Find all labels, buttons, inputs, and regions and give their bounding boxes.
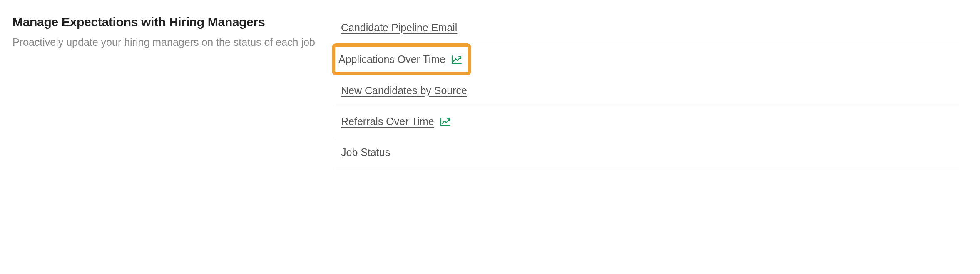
report-item-job-status: Job Status [335, 137, 959, 168]
report-item-new-candidates-by-source: New Candidates by Source [335, 75, 959, 106]
report-link-candidate-pipeline-email[interactable]: Candidate Pipeline Email [341, 22, 457, 34]
section-title: Manage Expectations with Hiring Managers [12, 15, 318, 29]
section-subtitle: Proactively update your hiring managers … [12, 35, 318, 50]
report-link-new-candidates-by-source[interactable]: New Candidates by Source [341, 85, 467, 97]
report-link-referrals-over-time[interactable]: Referrals Over Time [341, 116, 434, 128]
line-chart-icon [440, 117, 451, 126]
report-item-candidate-pipeline-email: Candidate Pipeline Email [335, 13, 959, 43]
section-header: Manage Expectations with Hiring Managers… [12, 13, 318, 168]
report-item-applications-over-time: Applications Over Time [332, 43, 471, 75]
reports-list-container: Candidate Pipeline Email Applications Ov… [335, 13, 968, 168]
report-link-applications-over-time[interactable]: Applications Over Time [338, 53, 445, 65]
report-item-referrals-over-time: Referrals Over Time [335, 106, 959, 137]
reports-list: Candidate Pipeline Email Applications Ov… [335, 13, 959, 168]
reports-section: Manage Expectations with Hiring Managers… [12, 13, 968, 168]
line-chart-icon [451, 55, 462, 64]
report-link-job-status[interactable]: Job Status [341, 146, 390, 158]
